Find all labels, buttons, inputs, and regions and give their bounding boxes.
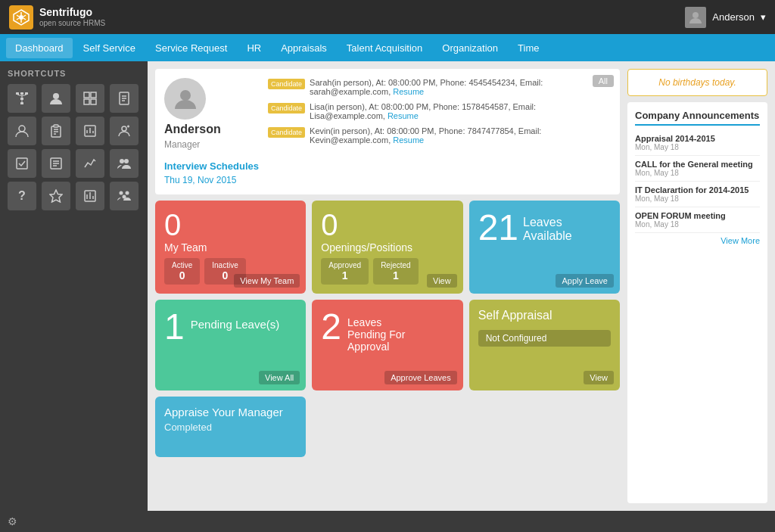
announcement-date-3: Mon, May 18 xyxy=(635,194,760,203)
nav-self-service[interactable]: Self Service xyxy=(74,38,145,58)
nav-talent[interactable]: Talent Acquisition xyxy=(338,38,431,58)
rejected-value: 1 xyxy=(381,269,410,282)
svg-rect-9 xyxy=(16,92,19,95)
shortcut-chart[interactable] xyxy=(76,149,104,178)
announcement-date-4: Mon, May 18 xyxy=(635,220,760,229)
self-appraisal-label: Self Appraisal xyxy=(478,309,611,322)
shortcut-profile[interactable] xyxy=(8,117,36,145)
self-appraisal-view-btn[interactable]: View xyxy=(584,371,614,384)
shortcut-team2[interactable] xyxy=(110,182,139,210)
svg-marker-47 xyxy=(50,190,62,202)
shortcut-clipboard[interactable] xyxy=(42,117,70,145)
nav-organization[interactable]: Organization xyxy=(433,38,507,58)
announcement-title-4: OPEN FORUM meeting xyxy=(635,211,760,220)
interview-role: Manager xyxy=(164,139,200,150)
pending-leaves-content: 1 Pending Leave(s) xyxy=(164,309,297,345)
tile-pending-leaves: 1 Pending Leave(s) View All xyxy=(155,300,306,390)
svg-line-4 xyxy=(23,18,26,20)
tile-leaves-pending-approval: 2 Leaves Pending For Approval Approve Le… xyxy=(312,300,462,390)
view-more-link[interactable]: View More xyxy=(635,236,760,245)
svg-point-37 xyxy=(122,126,126,131)
approved-value: 1 xyxy=(328,269,361,282)
my-team-number: 0 xyxy=(164,210,297,240)
openings-label: Openings/Positions xyxy=(321,241,453,254)
nav-hr[interactable]: HR xyxy=(238,38,270,58)
leaves-approval-number: 2 xyxy=(321,309,341,345)
rejected-label: Rejected xyxy=(381,261,410,269)
svg-rect-10 xyxy=(20,92,23,95)
leaves-approval-content: 2 Leaves Pending For Approval xyxy=(321,309,453,353)
user-avatar xyxy=(685,7,706,28)
candidate-row-1: Candidate Sarah(in person), At: 08:00:00… xyxy=(268,78,611,96)
candidate-resume-2[interactable]: Resume xyxy=(388,111,419,120)
shortcut-check[interactable] xyxy=(8,149,36,178)
svg-rect-22 xyxy=(91,99,96,104)
shortcut-user3[interactable] xyxy=(110,117,139,145)
nav-appraisals[interactable]: Appraisals xyxy=(272,38,336,58)
svg-rect-32 xyxy=(54,125,58,127)
shortcut-help[interactable]: ? xyxy=(8,182,36,210)
view-openings-btn[interactable]: View xyxy=(427,274,457,288)
svg-point-18 xyxy=(53,93,59,99)
candidates-list: Candidate Sarah(in person), At: 08:00:00… xyxy=(268,78,611,185)
settings-icon[interactable]: ⚙ xyxy=(8,515,17,527)
announcement-date-2: Mon, May 18 xyxy=(635,169,760,177)
view-all-btn[interactable]: View All xyxy=(259,371,300,384)
pending-leaves-number: 1 xyxy=(164,309,185,345)
shortcut-user[interactable] xyxy=(42,84,70,113)
nav-time[interactable]: Time xyxy=(509,38,548,58)
birthday-message: No birthdays today. xyxy=(658,77,736,88)
nav-service-request[interactable]: Service Request xyxy=(146,38,236,58)
interview-date: Thu 19, Nov 2015 xyxy=(164,175,236,185)
user-menu[interactable]: Anderson ▾ xyxy=(685,7,766,28)
approved-box: Approved 1 xyxy=(321,258,369,285)
logo-name: Sentrifugo xyxy=(39,7,105,18)
announcement-item-2: CALL for the General meeting Mon, May 18 xyxy=(635,156,760,182)
candidate-resume-3[interactable]: Resume xyxy=(393,135,424,145)
rejected-box: Rejected 1 xyxy=(373,258,418,285)
announcement-title-3: IT Declarartion for 2014-2015 xyxy=(635,185,760,194)
active-value: 0 xyxy=(172,269,192,282)
tile-openings: 0 Openings/Positions Approved 1 Rejected… xyxy=(312,201,462,294)
shortcut-report[interactable] xyxy=(76,117,104,145)
announcement-item-3: IT Declarartion for 2014-2015 Mon, May 1… xyxy=(635,182,760,207)
shortcut-analytics[interactable] xyxy=(76,182,104,210)
candidate-badge-2: Candidate xyxy=(268,103,305,114)
apply-leave-btn[interactable]: Apply Leave xyxy=(556,274,614,288)
shortcut-grid-view[interactable] xyxy=(76,84,104,113)
approve-leaves-btn[interactable]: Approve Leaves xyxy=(384,371,457,384)
shortcut-list[interactable] xyxy=(42,149,70,178)
tile-self-appraisal: Self Appraisal Not Configured View xyxy=(469,300,620,390)
sidebar: SHORTCUTS xyxy=(0,61,148,511)
inactive-label: Inactive xyxy=(212,261,238,269)
interview-card: Anderson Manager Interview Schedules Thu… xyxy=(155,69,620,194)
svg-rect-40 xyxy=(17,158,27,169)
all-button[interactable]: All xyxy=(593,75,614,87)
dropdown-arrow: ▾ xyxy=(761,11,766,23)
right-panel: No birthdays today. Company Announcement… xyxy=(627,69,767,503)
candidate-text-2: Lisa(in person), At: 08:00:00 PM, Phone:… xyxy=(310,102,611,120)
username-label: Anderson xyxy=(712,11,755,23)
nav-dashboard[interactable]: Dashboard xyxy=(6,38,73,58)
svg-point-8 xyxy=(693,12,699,18)
svg-rect-11 xyxy=(25,92,28,95)
candidate-badge-3: Candidate xyxy=(268,127,305,138)
shortcut-team[interactable] xyxy=(110,149,139,178)
birthday-card: No birthdays today. xyxy=(627,69,767,96)
leaves-available-number-group: 21 Leaves Available xyxy=(478,210,611,246)
appraise-manager-status: Completed xyxy=(164,422,297,433)
svg-point-46 xyxy=(124,159,129,163)
active-label: Active xyxy=(172,261,192,269)
view-my-team-btn[interactable]: View My Team xyxy=(234,274,300,288)
tiles-grid-row2: 1 Pending Leave(s) View All 2 Leaves Pen… xyxy=(155,300,620,390)
candidate-badge-1: Candidate xyxy=(268,79,305,89)
svg-rect-20 xyxy=(91,92,96,98)
candidate-resume-1[interactable]: Resume xyxy=(393,87,424,96)
leaves-available-label: Leaves Available xyxy=(523,216,611,243)
shortcut-org-chart[interactable] xyxy=(8,84,36,113)
main-layout: SHORTCUTS xyxy=(0,61,775,511)
pending-leaves-label: Pending Leave(s) xyxy=(191,318,280,331)
announcement-title-1: Appraisal 2014-2015 xyxy=(635,134,760,143)
shortcut-star[interactable] xyxy=(42,182,70,210)
shortcut-doc[interactable] xyxy=(110,84,139,113)
